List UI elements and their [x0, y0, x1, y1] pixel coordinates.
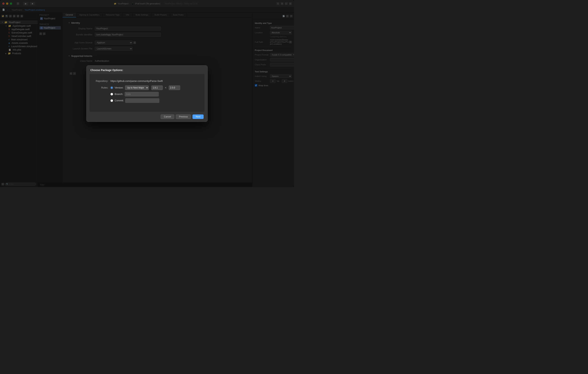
modal-rules-row: Rules: Version: Up to Next Major < — [93, 85, 201, 103]
next-button[interactable]: Next — [192, 114, 204, 119]
cancel-button[interactable]: Cancel — [161, 114, 174, 119]
commit-radio[interactable] — [110, 99, 113, 102]
version-rule-select[interactable]: Up to Next Major — [125, 85, 149, 90]
commit-input[interactable] — [125, 98, 159, 103]
version-to-input[interactable] — [169, 85, 180, 90]
modal-title: Choose Package Options: — [87, 65, 207, 74]
modal-branch-row: Branch: — [110, 92, 180, 96]
modal-commit-row: Commit: — [110, 98, 180, 103]
package-options-modal: Choose Package Options: Repository: http… — [86, 65, 208, 122]
modal-repo-row: Repository: https://github.com/parse-com… — [93, 80, 201, 82]
previous-button[interactable]: Previous — [176, 114, 191, 119]
branch-radio[interactable] — [110, 93, 113, 96]
commit-radio-label: Commit: — [115, 99, 124, 102]
modal-footer: Cancel Previous Next — [87, 112, 207, 122]
modal-body: Repository: https://github.com/parse-com… — [90, 74, 204, 112]
version-from-input[interactable] — [151, 85, 163, 90]
modal-rules-options: Version: Up to Next Major < Branch: — [110, 85, 180, 103]
version-radio[interactable] — [110, 86, 113, 89]
branch-radio-label: Branch: — [115, 93, 123, 96]
version-separator: < — [165, 86, 167, 89]
version-radio-label: Version: — [115, 86, 124, 89]
branch-input[interactable] — [125, 92, 159, 96]
modal-rules-label: Rules: — [93, 85, 110, 89]
modal-version-row: Version: Up to Next Major < — [110, 85, 180, 90]
modal-repo-value: https://github.com/parse-community/Parse… — [110, 80, 163, 82]
modal-overlay: Choose Package Options: Repository: http… — [0, 0, 294, 187]
modal-repo-label: Repository: — [93, 80, 110, 82]
